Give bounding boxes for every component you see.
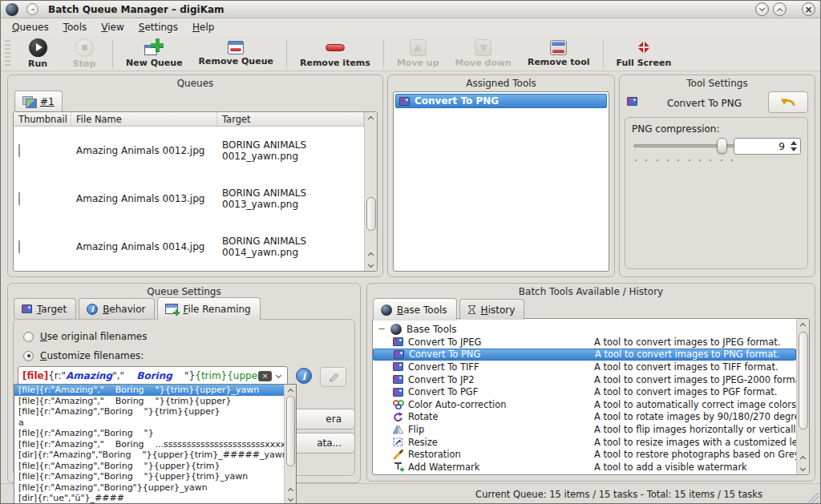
scroll-down-button[interactable] [365, 260, 377, 271]
dropdown-item[interactable]: [dir]{r:"ue","ü"}_#### [14, 493, 284, 504]
column-header-target[interactable]: Target [217, 112, 364, 126]
scroll-thumb[interactable] [799, 332, 808, 429]
chevron-down-icon [759, 6, 765, 11]
radio-off-icon[interactable] [23, 332, 34, 342]
dropdown-item[interactable]: [file]{r:"Amazing","Boring "} [14, 428, 284, 439]
slider-handle[interactable] [717, 138, 727, 154]
dropdown-item[interactable]: [file]{r:"Amazing","Boring "}{upper}{tri… [14, 471, 284, 482]
remove-items-button[interactable]: Remove items [292, 37, 378, 71]
scroll-thumb[interactable] [366, 197, 376, 231]
table-row[interactable]: Amazing Animals 0013.jpg BORING ANIMALS … [14, 175, 364, 223]
convert-to-png-icon [399, 97, 410, 106]
tool-row-add-watermark[interactable]: Add Watermark A tool to add a visible wa… [373, 461, 796, 474]
tab-file-renaming[interactable]: File Renaming [157, 297, 260, 320]
tool-name-label: Convert To PNG [644, 98, 765, 109]
close-button[interactable]: × [802, 2, 815, 16]
chevron-down-icon[interactable] [276, 372, 281, 377]
target-icon [22, 304, 32, 313]
tool-row-flip[interactable]: Flip A tool to flip images horizontally … [373, 423, 796, 436]
remove-tool-button[interactable]: Remove tool [520, 37, 598, 71]
scroll-up-button[interactable] [285, 385, 296, 395]
dropdown-item[interactable]: [file]{r:"Amazing"," Boring "}{trim}{upp… [14, 385, 284, 396]
rename-pattern-combobox[interactable]: [file]{r:"Amazing"," Boring "}{trim}{upp… [18, 366, 288, 385]
spin-up-icon[interactable] [791, 141, 797, 145]
scroll-track[interactable] [797, 330, 809, 452]
scroll-track[interactable] [285, 395, 296, 485]
compression-spinbox[interactable]: 9 [734, 138, 801, 155]
status-text: Current Queue: 15 items / 15 tasks - Tot… [475, 489, 762, 500]
reset-settings-button[interactable] [768, 91, 808, 113]
tool-row-restoration[interactable]: Restoration A tool to restore photograph… [373, 448, 796, 461]
menu-tools[interactable]: Tools [63, 22, 87, 33]
toolbar-handle[interactable] [5, 40, 10, 67]
pattern-history-dropdown: [file]{r:"Amazing"," Boring "}{trim}{upp… [14, 384, 297, 504]
tool-row-resize[interactable]: Resize A tool to resize images with a cu… [373, 436, 796, 449]
scroll-up-button[interactable] [797, 452, 809, 463]
run-button[interactable]: Run [14, 37, 61, 71]
scroll-down-button[interactable] [797, 463, 809, 474]
scroll-up-button[interactable] [797, 319, 809, 330]
tree-scrollbar [796, 319, 809, 474]
tool-row-convert-jp2[interactable]: Convert To JP2 A tool to convert images … [373, 373, 796, 386]
menu-view[interactable]: View [101, 22, 123, 33]
dropdown-item[interactable]: [file]{r:"Amazing","Boring"}{upper}_yawn [14, 482, 284, 494]
remove-tool-icon [550, 40, 567, 55]
dropdown-item[interactable]: [file]{r:"Amazing","Boring "}{upper}{tri… [14, 461, 284, 472]
color-rings-icon [393, 400, 404, 409]
column-header-file-name[interactable]: File Name [71, 112, 217, 126]
column-header-thumbnail[interactable]: Thumbnail [14, 112, 71, 126]
tree-root-base-tools[interactable]: − Base Tools [373, 322, 796, 336]
remove-queue-button[interactable]: Remove Queue [191, 37, 281, 71]
queue-tab-1[interactable]: #1 [14, 91, 63, 111]
dropdown-item[interactable]: [dir]{r:"Amazing","Boring "}{upper}{trim… [14, 450, 284, 461]
use-original-filenames-radio[interactable]: Use original filenames [23, 331, 147, 342]
table-row[interactable]: Amazing Animals 0012.jpg BORING ANIMALS … [14, 127, 364, 175]
shade-button[interactable] [755, 2, 769, 16]
toolbar-separator [112, 40, 113, 67]
compression-label: PNG compression: [632, 123, 719, 135]
tab-history[interactable]: History [459, 299, 525, 320]
dropdown-item[interactable]: [file]{r:"Amazing"," Boring "}{trim}{upp… [14, 396, 284, 407]
scroll-track[interactable] [365, 123, 377, 248]
scroll-up-button[interactable] [365, 112, 377, 123]
tool-row-convert-jpeg[interactable]: Convert To JPEG A tool to convert images… [373, 336, 796, 349]
compression-slider[interactable] [633, 137, 734, 156]
stop-button: Stop [61, 37, 107, 71]
tool-row-convert-tiff[interactable]: Convert To TIFF A tool to convert images… [373, 361, 796, 373]
rename-pattern-value: [file]{r:"Amazing"," Boring "}{trim}{upp… [22, 370, 258, 381]
tab-target[interactable]: Target [14, 298, 76, 319]
dropdown-item[interactable]: a [14, 417, 284, 429]
tool-row-convert-png[interactable]: Convert To PNG A tool to convert images … [373, 349, 796, 361]
menu-help[interactable]: Help [192, 22, 214, 33]
resize-grip[interactable] [808, 493, 819, 503]
dropdown-scrollbar [284, 385, 296, 504]
rename-info-button[interactable]: i [296, 368, 312, 384]
dropdown-item[interactable]: [file]{r:"Amazing","Boring "}{trim}{uppe… [14, 406, 284, 417]
tab-behavior[interactable]: i Behavior [79, 298, 155, 319]
collapse-expander-icon[interactable]: − [378, 325, 386, 333]
slider-ticks [635, 159, 733, 161]
unshade-button[interactable] [773, 2, 787, 16]
window-menu-button[interactable] [26, 3, 38, 15]
tab-base-tools[interactable]: Base Tools [373, 298, 457, 321]
tool-row-color-auto-correction[interactable]: Color Auto-correction A tool to automati… [373, 398, 796, 411]
clear-text-icon[interactable]: × [258, 371, 272, 381]
dropdown-item[interactable]: [file]{r:"Amazing"," Boring ...sssssssss… [14, 439, 284, 450]
assigned-tool-item[interactable]: Convert To PNG [395, 94, 607, 108]
radio-on-icon[interactable] [23, 351, 34, 361]
rename-icon [165, 304, 178, 314]
menu-queues[interactable]: Queues [12, 22, 49, 33]
customize-filenames-radio[interactable]: Customize filenames: [23, 350, 144, 361]
full-screen-button[interactable]: Full Screen [609, 37, 680, 71]
scroll-up-button[interactable] [365, 248, 377, 260]
scroll-up-button[interactable] [285, 485, 296, 494]
scroll-thumb[interactable] [286, 396, 295, 466]
spin-down-icon[interactable] [791, 147, 797, 151]
tool-row-rotate[interactable]: Rotate A tool to rotate images by 90/180… [373, 411, 796, 424]
menu-settings[interactable]: Settings [139, 22, 178, 33]
scroll-down-button[interactable] [285, 494, 296, 504]
tool-row-convert-pgf[interactable]: Convert To PGF A tool to convert images … [373, 385, 796, 398]
new-queue-button[interactable]: New Queue [118, 37, 191, 71]
table-row[interactable]: Amazing Animals 0014.jpg BORING ANIMALS … [14, 223, 364, 271]
thumbnail-cheetah [18, 192, 20, 205]
